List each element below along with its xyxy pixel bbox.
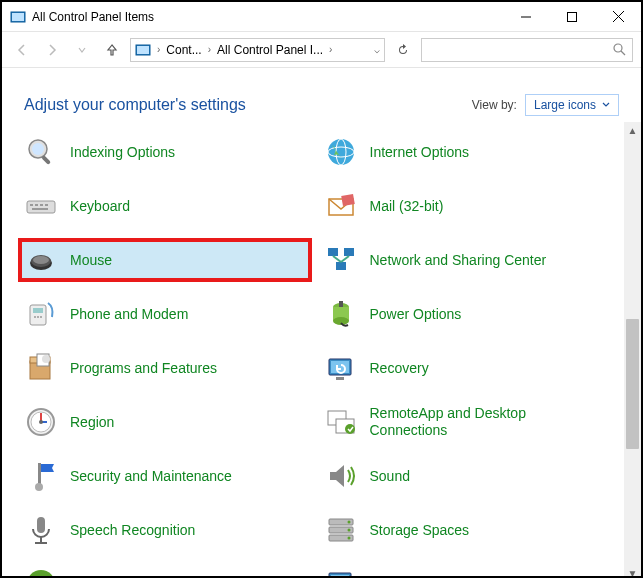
view-by-value: Large icons (534, 98, 596, 112)
close-button[interactable] (595, 2, 641, 31)
indexing-icon (24, 135, 58, 169)
content-area: Indexing OptionsInternet OptionsKeyboard… (2, 122, 641, 578)
item-label: RemoteApp and Desktop Connections (370, 405, 606, 439)
item-label: Indexing Options (70, 144, 175, 161)
recent-dropdown-icon[interactable] (70, 38, 94, 62)
svg-point-55 (345, 424, 355, 434)
control-panel-item[interactable]: Indexing Options (20, 132, 310, 172)
svg-line-31 (341, 256, 349, 262)
control-panel-item[interactable]: System (320, 564, 610, 578)
breadcrumb-part[interactable]: All Control Panel I... (217, 43, 323, 57)
svg-rect-47 (336, 377, 344, 380)
up-button[interactable] (100, 38, 124, 62)
control-panel-item[interactable]: Recovery (320, 348, 610, 388)
control-panel-item[interactable]: Mouse (20, 240, 310, 280)
mail-icon (324, 189, 358, 223)
svg-point-13 (328, 139, 354, 165)
recovery-icon (324, 351, 358, 385)
navigation-bar: › Cont... › All Control Panel I... › ⌵ (2, 32, 641, 68)
svg-point-36 (40, 316, 42, 318)
content-header: Adjust your computer's settings View by:… (2, 68, 641, 122)
svg-rect-46 (331, 361, 349, 373)
view-by-control: View by: Large icons (472, 94, 619, 116)
system-icon (324, 567, 358, 578)
search-box[interactable] (421, 38, 633, 62)
control-panel-item[interactable]: Internet Options (320, 132, 610, 172)
scroll-thumb[interactable] (626, 319, 639, 449)
svg-line-9 (621, 51, 625, 55)
svg-point-26 (33, 256, 49, 264)
svg-rect-17 (30, 204, 33, 206)
address-bar[interactable]: › Cont... › All Control Panel I... › ⌵ (130, 38, 385, 62)
svg-rect-23 (341, 194, 355, 206)
item-label: Speech Recognition (70, 522, 195, 539)
item-label: Internet Options (370, 144, 470, 161)
control-panel-item[interactable]: Mail (32-bit) (320, 186, 610, 226)
item-label: Security and Maintenance (70, 468, 232, 485)
svg-rect-56 (38, 463, 41, 485)
keyboard-icon (24, 189, 58, 223)
breadcrumb-separator-icon: › (327, 44, 334, 55)
control-panel-item[interactable]: Power Options (320, 294, 610, 334)
window-controls (503, 2, 641, 31)
control-panel-item[interactable]: Network and Sharing Center (320, 240, 610, 280)
item-label: Keyboard (70, 198, 130, 215)
svg-point-44 (42, 355, 50, 363)
svg-line-30 (333, 256, 341, 262)
scrollbar[interactable]: ▲ ▼ (624, 122, 641, 578)
svg-rect-33 (33, 308, 43, 313)
page-heading: Adjust your computer's settings (24, 96, 472, 114)
item-label: Mouse (70, 252, 112, 269)
view-by-select[interactable]: Large icons (525, 94, 619, 116)
item-label: Network and Sharing Center (370, 252, 547, 269)
forward-button[interactable] (40, 38, 64, 62)
security-icon (24, 459, 58, 493)
breadcrumb-part[interactable]: Cont... (166, 43, 201, 57)
svg-rect-3 (568, 12, 577, 21)
maximize-button[interactable] (549, 2, 595, 31)
control-panel-item[interactable]: Keyboard (20, 186, 310, 226)
svg-rect-20 (45, 204, 48, 206)
svg-rect-16 (27, 201, 55, 213)
scroll-track[interactable] (624, 139, 641, 565)
svg-point-8 (614, 44, 622, 52)
svg-point-52 (39, 420, 43, 424)
svg-point-67 (27, 570, 55, 578)
control-panel-item[interactable]: Security and Maintenance (20, 456, 310, 496)
svg-rect-19 (40, 204, 43, 206)
chevron-down-icon (602, 102, 610, 108)
remoteapp-icon (324, 405, 358, 439)
svg-rect-40 (339, 301, 343, 307)
titlebar: All Control Panel Items (2, 2, 641, 32)
control-panel-item[interactable]: Sound (320, 456, 610, 496)
programs-icon (24, 351, 58, 385)
control-panel-item[interactable]: Phone and Modem (20, 294, 310, 334)
scroll-down-button[interactable]: ▼ (624, 565, 641, 578)
control-panel-item[interactable]: Sync Center (20, 564, 310, 578)
control-panel-item[interactable]: Storage Spaces (320, 510, 610, 550)
network-icon (324, 243, 358, 277)
minimize-button[interactable] (503, 2, 549, 31)
scroll-up-button[interactable]: ▲ (624, 122, 641, 139)
svg-rect-21 (32, 208, 48, 210)
refresh-button[interactable] (391, 38, 415, 62)
item-label: Storage Spaces (370, 522, 470, 539)
svg-point-34 (34, 316, 36, 318)
control-panel-item[interactable]: Programs and Features (20, 348, 310, 388)
back-button[interactable] (10, 38, 34, 62)
region-icon (24, 405, 58, 439)
control-panel-item[interactable]: Region (20, 402, 310, 442)
control-panel-item[interactable]: RemoteApp and Desktop Connections (320, 402, 610, 442)
view-by-label: View by: (472, 98, 517, 112)
items-grid: Indexing OptionsInternet OptionsKeyboard… (2, 122, 621, 578)
svg-rect-18 (35, 204, 38, 206)
svg-point-66 (347, 537, 350, 540)
control-panel-item[interactable]: Speech Recognition (20, 510, 310, 550)
svg-rect-29 (336, 262, 346, 270)
svg-rect-12 (41, 155, 51, 165)
item-label: Power Options (370, 306, 462, 323)
power-icon (324, 297, 358, 331)
search-icon (613, 43, 626, 56)
svg-rect-7 (137, 46, 149, 54)
address-dropdown-icon[interactable]: ⌵ (374, 44, 380, 55)
